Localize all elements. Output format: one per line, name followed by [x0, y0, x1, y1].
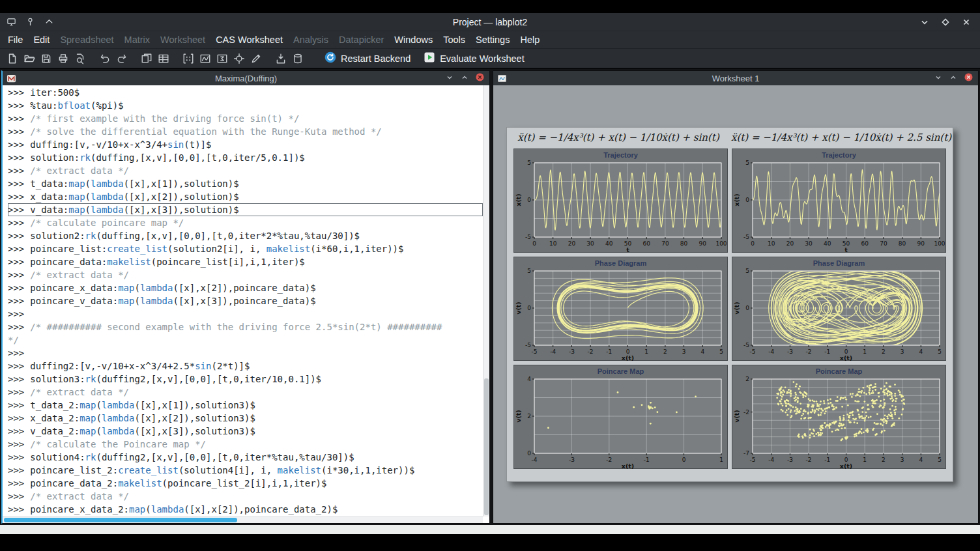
print-button[interactable]: [55, 50, 72, 67]
plot-trajectory-1: 0102030405060708090100-505tx(t): [515, 160, 727, 253]
svg-text:30: 30: [805, 240, 813, 247]
maxima-minimize-icon[interactable]: [446, 72, 454, 84]
close-icon[interactable]: [962, 18, 971, 27]
menu-tools[interactable]: Tools: [438, 33, 470, 47]
worksheet-maximize-icon[interactable]: [949, 72, 957, 84]
menu-help[interactable]: Help: [515, 33, 545, 47]
new-matrix-button[interactable]: [180, 50, 197, 67]
console-line[interactable]: >>>solution2:rk(duffing,[x,v],[0,0],[t,0…: [8, 229, 483, 242]
console-line[interactable]: >>>x_data:map(lambda([x],x[2]),solution)…: [8, 190, 483, 203]
vertical-scrollbar-thumb[interactable]: [484, 378, 489, 515]
undo-button[interactable]: [96, 50, 113, 67]
worksheet-page[interactable]: ẍ(t) = −1/4x³(t) + x(t) − 1/10ẋ(t) + sin…: [506, 127, 953, 482]
new-note-button[interactable]: [248, 50, 265, 67]
worksheet-close-icon[interactable]: [964, 72, 973, 84]
menu-file[interactable]: File: [3, 33, 28, 47]
menu-cas-worksheet[interactable]: CAS Worksheet: [210, 33, 288, 47]
maxima-console[interactable]: >>>iter:500$>>>%tau:bfloat(%pi)$>>>/* fi…: [3, 85, 483, 516]
worksheet-minimize-icon[interactable]: [934, 72, 942, 84]
console-line[interactable]: >>>v_data_2:map(lambda([x],x[3]),solutio…: [8, 425, 483, 438]
equation-label-1[interactable]: ẍ(t) = −1/4x³(t) + x(t) − 1/10ẋ(t) + sin…: [507, 132, 730, 143]
new-workbook-button[interactable]: [138, 50, 155, 67]
plot-box-poincare-1[interactable]: Poincare Map-4-3-2-101024x(t)v(t): [513, 365, 728, 469]
svg-text:70: 70: [661, 240, 669, 247]
new-project-button[interactable]: [4, 50, 21, 67]
console-line[interactable]: >>>: [8, 307, 483, 320]
console-line[interactable]: >>>/* extract data */: [8, 268, 483, 281]
menu-settings[interactable]: Settings: [470, 33, 515, 47]
console-line[interactable]: >>>/* extract data */: [8, 386, 483, 399]
horizontal-scrollbar-thumb[interactable]: [4, 518, 237, 522]
restart-backend-button[interactable]: Restart Backend: [322, 50, 413, 66]
console-prompt: >>>: [8, 205, 24, 215]
console-line[interactable]: >>>solution:rk(duffing,[x,v],[0,0],[t,0,…: [8, 151, 483, 164]
minimize-icon[interactable]: [920, 18, 929, 27]
maximize-icon[interactable]: [941, 18, 950, 27]
console-line[interactable]: >>>: [8, 346, 483, 360]
maxima-subwindow: Maxima(Duffing) >>>iter:500$>>>%tau:bflo…: [1, 70, 490, 524]
evaluate-worksheet-button[interactable]: Evaluate Worksheet: [421, 50, 527, 66]
console-line[interactable]: >>>poincare_v_data:map(lambda([x],x[3]),…: [8, 294, 483, 307]
console-vertical-scrollbar[interactable]: [483, 85, 489, 516]
console-line[interactable]: >>>/* calculate the Poincare map */: [8, 438, 483, 451]
menu-edit[interactable]: Edit: [28, 33, 55, 47]
console-line[interactable]: >>>poincare_data:makelist(poincare_list[…: [8, 255, 483, 268]
new-cas-worksheet-button[interactable]: [214, 50, 231, 67]
console-line[interactable]: >>>t_data:map(lambda([x],x[1]),solution)…: [8, 177, 483, 190]
open-project-button[interactable]: [21, 50, 38, 67]
svg-text:0: 0: [682, 457, 686, 463]
console-line[interactable]: >>>iter:500$: [8, 86, 483, 99]
console-line[interactable]: >>>solution4:rk(duffing2,[x,v],[0,0],[t,…: [8, 451, 483, 464]
save-project-button[interactable]: [38, 50, 55, 67]
console-line[interactable]: >>>duffing2:[v,-v/10+x-x^3/4+2.5*sin(2*t…: [8, 360, 483, 373]
console-line[interactable]: >>>poincare_list:create_list(solution2[i…: [8, 242, 483, 255]
worksheet-view[interactable]: ẍ(t) = −1/4x³(t) + x(t) − 1/10ẋ(t) + sin…: [493, 85, 978, 523]
maxima-maximize-icon[interactable]: [461, 72, 468, 84]
console-line[interactable]: >>>v_data:map(lambda([x],x[3]),solution)…: [8, 203, 483, 216]
svg-text:0: 0: [527, 305, 531, 311]
console-line[interactable]: >>>/* extract data */: [8, 164, 483, 177]
plot-box-phase-1[interactable]: Phase Diagram-5-4-3-2-1012345-505x(t)v(t…: [513, 257, 728, 361]
console-prompt: >>>: [8, 296, 24, 306]
menu-windows[interactable]: Windows: [389, 33, 438, 47]
console-code: poincare_data_2:makelist(poincare_list_2…: [30, 478, 326, 488]
new-spreadsheet-button[interactable]: [155, 50, 172, 67]
shade-icon[interactable]: [44, 17, 54, 27]
console-line[interactable]: >>>poincare_data_2:makelist(poincare_lis…: [8, 477, 483, 490]
console-line[interactable]: >>>poincare_x_data_2:map(lambda([x],x[2]…: [8, 503, 483, 516]
console-line[interactable]: >>>poincare_list_2:create_list(solution4…: [8, 464, 483, 477]
console-line[interactable]: >>>duffing:[v,-v/10+x-x^3/4+sin(t)]$: [8, 138, 483, 151]
equation-label-2[interactable]: ẍ(t) = −1/4x³(t) + x(t) − 1/10ẋ(t) + 2.5…: [730, 132, 953, 143]
print-preview-button[interactable]: [72, 50, 89, 67]
console-line[interactable]: */: [8, 333, 483, 346]
redo-button[interactable]: [113, 50, 130, 67]
console-line[interactable]: >>>/* ########## second example with the…: [8, 320, 483, 333]
console-area[interactable]: >>>iter:500$>>>%tau:bfloat(%pi)$>>>/* fi…: [3, 85, 489, 523]
svg-text:v(t): v(t): [733, 410, 740, 422]
plot-box-phase-2[interactable]: Phase Diagram-5-4-3-2-1012345-505x(t)v(t…: [732, 257, 946, 361]
console-line[interactable]: >>>solution3:rk(duffing2,[x,v],[0,0],[t,…: [8, 373, 483, 386]
console-line[interactable]: >>>/* extract data */: [8, 490, 483, 503]
console-line[interactable]: >>>poincare_x_data:map(lambda([x],x[2]),…: [8, 281, 483, 294]
plot-box-poincare-2[interactable]: Poincare Map-5-4-3-2-10123452-2-7x(t)v(t…: [732, 365, 946, 469]
new-datapicker-button[interactable]: [231, 50, 248, 67]
maxima-close-icon[interactable]: [476, 72, 484, 84]
console-line[interactable]: >>>x_data_2:map(lambda([x],x[2]),solutio…: [8, 412, 483, 425]
console-line[interactable]: >>>/* calculate poincare map */: [8, 216, 483, 229]
window-titlebar[interactable]: Project — labplot2: [0, 13, 980, 31]
plot-box-trajectory-2[interactable]: Trajectory0102030405060708090100-505tx(t…: [732, 148, 946, 253]
console-line[interactable]: >>>/* solve the differential equation wi…: [8, 125, 483, 138]
import-sql-button[interactable]: [289, 50, 306, 67]
console-horizontal-scrollbar[interactable]: [3, 516, 483, 523]
worksheet-titlebar[interactable]: Worksheet 1: [493, 71, 978, 85]
new-worksheet-button[interactable]: [197, 50, 214, 67]
import-file-button[interactable]: [272, 50, 289, 67]
console-line[interactable]: >>>t_data_2:map(lambda([x],x[1]),solutio…: [8, 399, 483, 412]
menu-spreadsheet: Spreadsheet: [55, 33, 119, 47]
console-line[interactable]: >>>%tau:bfloat(%pi)$: [8, 99, 483, 112]
pin-icon[interactable]: [25, 17, 35, 27]
maxima-titlebar[interactable]: Maxima(Duffing): [3, 71, 489, 85]
plot-box-trajectory-1[interactable]: Trajectory0102030405060708090100-505tx(t…: [513, 148, 728, 253]
svg-text:t: t: [844, 246, 848, 253]
console-line[interactable]: >>>/* first example with the driving for…: [8, 112, 483, 125]
